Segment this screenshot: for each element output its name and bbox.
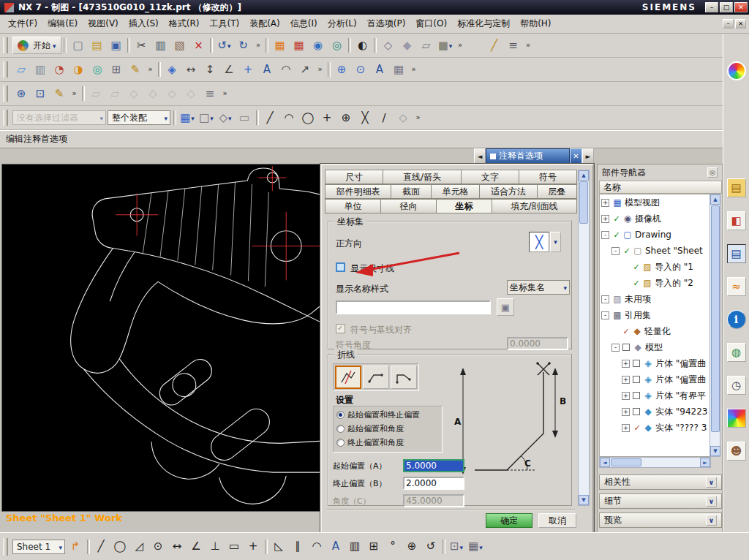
perpendicular-dim-icon[interactable]: ⊥ <box>206 538 224 556</box>
polyline-style-1-button[interactable] <box>335 366 361 389</box>
copy-icon[interactable]: ▥ <box>152 37 170 54</box>
snap-quadrant-icon[interactable]: ╳ <box>356 109 374 126</box>
chevron-down-icon[interactable] <box>706 515 717 526</box>
dialog-tab-button[interactable]: 直线/箭头 <box>383 170 462 184</box>
navigator-section-bar[interactable]: 细节 <box>599 493 722 509</box>
navigator-section-bar[interactable]: 相关性 <box>599 474 722 490</box>
protractor-1-icon[interactable]: ◔ <box>50 61 68 78</box>
check-icon[interactable] <box>631 262 641 272</box>
view-create-icon[interactable]: ⊡ <box>448 538 465 556</box>
table-tool-icon[interactable]: ⊞ <box>365 538 383 556</box>
dialog-tab-button[interactable]: 尺寸 <box>325 170 383 184</box>
note-icon[interactable]: A <box>371 61 388 78</box>
orient-view-3-icon[interactable]: ▱ <box>418 37 435 54</box>
circle-tool-icon[interactable]: ◯ <box>111 538 129 556</box>
paste-icon[interactable]: ▧ <box>171 37 189 54</box>
sheet-combo[interactable]: Sheet 1 <box>12 540 65 554</box>
datum-triangle-icon[interactable]: ◺ <box>270 538 287 556</box>
rectangle-select-icon[interactable]: ▭ <box>236 109 253 126</box>
table-icon[interactable]: ⊞ <box>108 61 125 78</box>
center-mark-icon[interactable]: ⊙ <box>352 61 369 78</box>
view-grid-icon[interactable]: ▦ <box>467 538 484 556</box>
name-style-combo[interactable]: 坐标集名 <box>507 280 570 295</box>
snap-end-icon[interactable]: ╱ <box>261 109 279 126</box>
toolbar-overflow-icon[interactable]: » <box>254 37 263 54</box>
maximize-button[interactable]: □ <box>720 2 733 12</box>
drawing-view-icon[interactable]: ▦ <box>290 37 308 54</box>
gs-cube-3-icon[interactable]: ◇ <box>163 85 181 102</box>
assembly-navigator-icon[interactable]: ▤ <box>727 178 746 197</box>
angle-dim-icon[interactable]: ∠ <box>220 61 238 78</box>
gs-cube-2-icon[interactable]: ◇ <box>144 85 162 102</box>
pin-icon[interactable] <box>707 167 718 178</box>
toolbar-icon[interactable] <box>86 538 91 556</box>
offset-mode-radio[interactable]: 起始偏置和终止偏置 <box>336 408 439 422</box>
offset-value-field[interactable]: 5.0000 <box>403 459 464 472</box>
display-sheet-icon[interactable]: ▦ <box>271 37 289 54</box>
new-file-icon[interactable]: ▢ <box>69 37 87 54</box>
snap-point-icon[interactable]: ▦ <box>178 109 196 126</box>
degree-dim-icon[interactable]: ° <box>384 538 402 556</box>
menu-item[interactable]: 首选项(P) <box>362 15 411 32</box>
tree-item[interactable]: - ▢ Drawing <box>600 227 710 243</box>
linear-dim-icon[interactable]: ↔ <box>168 538 186 556</box>
toolbar-icon[interactable] <box>441 538 446 556</box>
snap-intersect-icon[interactable]: + <box>318 109 336 126</box>
text-icon[interactable]: A <box>258 61 276 78</box>
offset-value-field[interactable]: 2.0000 <box>403 477 464 490</box>
selection-scope-combo[interactable]: 整个装配 <box>108 110 170 125</box>
toolbar-overflow-icon[interactable]: » <box>69 85 79 102</box>
navigator-section-bar[interactable]: 预览 <box>599 512 722 528</box>
datum-plane-icon[interactable]: ▱ <box>87 85 105 102</box>
tree-item[interactable]: + ◈ 片体 "有界平 <box>600 387 710 404</box>
arc-dim-icon[interactable]: ◠ <box>277 61 295 78</box>
check-icon[interactable] <box>621 327 631 336</box>
toolbar-icon[interactable] <box>63 37 68 54</box>
tree-expander[interactable]: + <box>622 360 630 368</box>
open-file-icon[interactable]: ▤ <box>89 37 106 54</box>
cut-icon[interactable]: ✂ <box>133 37 151 54</box>
radius-dim-icon[interactable]: ◠ <box>308 538 325 556</box>
toolbar-icon[interactable] <box>209 37 214 54</box>
menu-item[interactable]: 文件(F) <box>3 15 42 32</box>
tree-expander[interactable]: + <box>622 408 630 416</box>
toolbar-overflow-icon[interactable]: » <box>524 37 533 54</box>
tree-item[interactable]: ▧ 导入的 "1 <box>600 259 710 275</box>
dialog-scrollbar[interactable] <box>578 170 590 506</box>
start-button[interactable]: 开始 <box>12 37 61 54</box>
tree-item[interactable]: - ▨ 未用项 <box>600 291 710 307</box>
grid-settings-icon[interactable]: ▦ <box>390 61 407 78</box>
toolbar-overflow-icon[interactable]: » <box>146 61 155 78</box>
scrollbar-thumb[interactable] <box>579 181 588 224</box>
check-icon[interactable] <box>611 214 622 224</box>
name-style-input[interactable] <box>336 300 491 314</box>
delete-icon[interactable]: × <box>190 37 208 54</box>
toolbar-overflow-icon[interactable]: » <box>315 61 325 78</box>
toolbar-overflow-icon[interactable]: » <box>456 37 465 54</box>
center-line-icon[interactable]: ⊕ <box>403 538 421 556</box>
tree-item[interactable]: - ▩ 引用集 <box>600 307 710 323</box>
tree-expander[interactable]: + <box>601 199 609 207</box>
menu-item[interactable]: 帮助(H) <box>515 15 556 32</box>
snap-point-on-curve-icon[interactable]: ∕ <box>375 109 393 126</box>
reuse-library-icon[interactable]: ≈ <box>727 277 746 296</box>
scroll-up-icon[interactable] <box>579 170 589 181</box>
tree-expander[interactable]: - <box>601 295 609 303</box>
toolbar-icon[interactable] <box>373 37 378 54</box>
toolbar-icon[interactable] <box>347 37 353 54</box>
tree-expander[interactable]: - <box>601 231 609 239</box>
dialog-tab-button[interactable]: 符号 <box>519 170 577 184</box>
menu-item[interactable]: 插入(S) <box>124 15 164 32</box>
return-icon[interactable]: ↱ <box>67 538 84 556</box>
menu-item[interactable]: 窗口(O) <box>410 15 452 32</box>
minimize-button[interactable]: – <box>705 2 718 12</box>
toolbar-icon[interactable] <box>263 538 268 556</box>
copy-display-icon[interactable]: ▥ <box>31 61 49 78</box>
line-tool-icon[interactable]: ╱ <box>92 538 110 556</box>
object-prefs-icon[interactable]: ⊡ <box>31 85 49 102</box>
datum-icon[interactable]: ◈ <box>163 61 181 78</box>
roles-icon[interactable]: ☻ <box>727 442 746 461</box>
point-icon[interactable]: + <box>239 61 257 78</box>
tab-scroll-left-button[interactable]: ◄ <box>474 148 486 164</box>
snap-mid-icon[interactable]: ◠ <box>280 109 298 126</box>
